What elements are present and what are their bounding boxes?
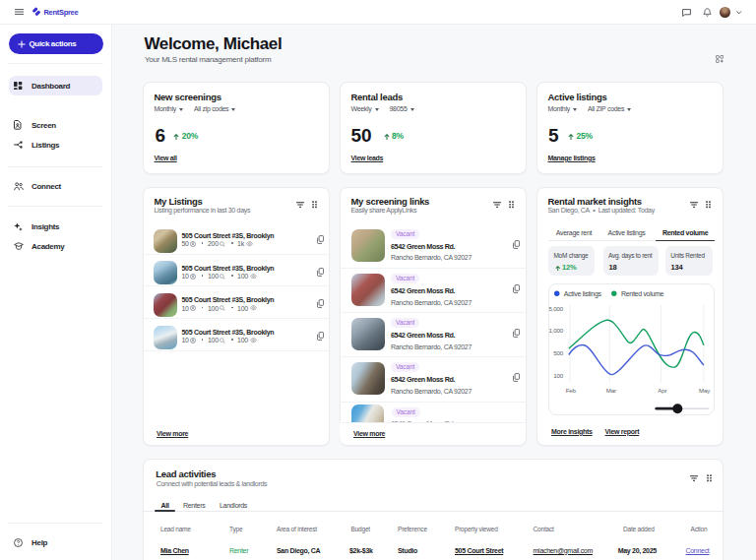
svg-text:Mar: Mar [606,387,616,394]
svg-text:5,000: 5,000 [548,304,563,311]
svg-text:Feb: Feb [565,387,576,394]
svg-text:May: May [699,387,711,394]
svg-text:100: 100 [553,371,563,378]
svg-text:Rented volume: Rented volume [621,289,664,296]
svg-text:500: 500 [553,349,563,356]
svg-text:Apr: Apr [658,387,666,394]
svg-text:Active listings: Active listings [563,289,601,297]
svg-text:1,000: 1,000 [548,327,563,334]
